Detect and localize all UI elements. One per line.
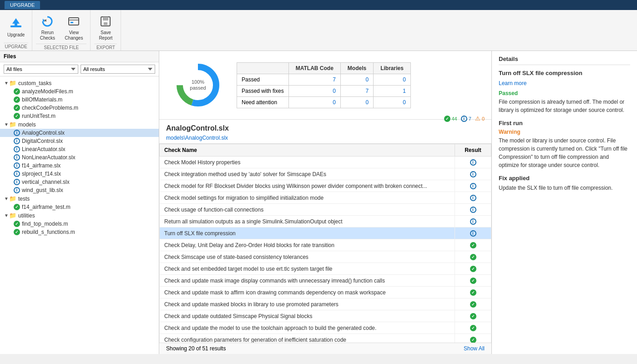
results-row-15[interactable]: Check configuration parameters for gener… <box>160 334 491 343</box>
results-row-7[interactable]: Check Delay, Unit Delay and Zero-Order H… <box>160 239 491 251</box>
tree-toggle-utilities[interactable]: ▼ <box>4 213 9 218</box>
stats-val-attention-libs: 0 <box>374 96 411 108</box>
file-tree: ▼ 📁 custom_tasks ✓ analyzeModelFiles.m ✓… <box>0 76 159 354</box>
tree-item-wind_gust_lib[interactable]: i wind_gust_lib.slx <box>0 186 159 194</box>
tree-toggle-custom-tasks[interactable]: ▼ <box>4 81 9 86</box>
view-changes-label: ViewChanges <box>65 30 83 41</box>
results-row-3[interactable]: Check model settings for migration to si… <box>160 192 491 204</box>
tree-folder-custom-tasks[interactable]: ▼ 📁 custom_tasks <box>0 79 159 87</box>
tree-item-runUnitTest[interactable]: ✓ runUnitTest.m <box>0 112 159 120</box>
results-count: Showing 20 of 51 results <box>166 345 226 352</box>
all-results-select[interactable]: All results <box>81 65 155 74</box>
stats-header-libraries: Libraries <box>374 62 411 74</box>
tree-item-f14_airframe_test[interactable]: ✓ f14_airframe_test.m <box>0 203 159 211</box>
tree-item-NonLinearActuator[interactable]: i NonLinearActuator.slx <box>0 153 159 162</box>
results-cell-result-13: ✓ <box>455 310 491 322</box>
show-all-link[interactable]: Show All <box>464 345 485 352</box>
results-row-0[interactable]: Check Model History propertiesi <box>160 157 491 168</box>
result-info-icon-4: i <box>470 207 476 213</box>
stats-row-passed: Passed 7 0 0 <box>237 74 411 85</box>
results-cell-result-15: ✓ <box>455 334 491 343</box>
tree-item-AnalogControl[interactable]: i AnalogControl.slx <box>0 129 159 137</box>
stats-val-attention-models: 0 <box>340 96 373 108</box>
tree-folder-models[interactable]: ▼ 📁 models <box>0 120 159 129</box>
results-cell-name-5: Return all simulation outputs as a singl… <box>160 216 455 228</box>
tree-item-rebuild_s_functions[interactable]: ✓ rebuild_s_functions.m <box>0 228 159 236</box>
results-row-12[interactable]: Check and update masked blocks in librar… <box>160 298 491 310</box>
svg-rect-0 <box>10 25 21 27</box>
result-pass-icon-10: ✓ <box>470 278 476 284</box>
donut-percent: 100% <box>190 79 206 85</box>
tree-folder-tests[interactable]: ▼ 📁 tests <box>0 194 159 203</box>
summary-section: 100% passed MATLAB Code Models Libraries <box>159 51 491 120</box>
save-report-button[interactable]: SaveReport <box>94 12 117 43</box>
rerun-checks-button[interactable]: RerunChecks <box>36 12 59 43</box>
tree-toggle-tests[interactable]: ▼ <box>4 196 9 201</box>
results-row-4[interactable]: Check usage of function-call connections… <box>160 204 491 216</box>
details-panel: Details Turn off SLX file compression Le… <box>491 51 637 354</box>
results-row-11[interactable]: Check and update mask to affirm icon dra… <box>160 287 491 298</box>
folder-icon-custom-tasks: 📁 <box>9 80 16 86</box>
status-icon-info-vertical: i <box>14 179 20 185</box>
tree-item-DigitalControl[interactable]: i DigitalControl.slx <box>0 137 159 145</box>
view-changes-button[interactable]: ViewChanges <box>61 12 86 43</box>
col-result: Result <box>455 144 491 157</box>
tree-item-billOfMaterials[interactable]: ✓ billOfMaterials.m <box>0 96 159 104</box>
results-row-13[interactable]: Check and update outdated Simscape Physi… <box>160 310 491 322</box>
results-row-1[interactable]: Check integration method used by 'auto' … <box>160 168 491 180</box>
results-cell-result-11: ✓ <box>455 287 491 298</box>
stats-val-fixes-libs: 1 <box>374 85 411 96</box>
details-fix-applied-title: Fix applied <box>499 175 630 182</box>
tree-item-checkCodeProblems[interactable]: ✓ checkCodeProblems.m <box>0 104 159 112</box>
badge-pass-count: 44 <box>452 116 457 121</box>
results-table: Check Name Result Check Model History pr… <box>159 144 491 343</box>
results-cell-name-0: Check Model History properties <box>160 157 455 168</box>
tree-item-find_top_models[interactable]: ✓ find_top_models.m <box>0 220 159 228</box>
all-files-select[interactable]: All files <box>4 65 78 74</box>
donut-chart: 100% passed <box>173 60 223 110</box>
toolbar-group-upgrade: Upgrade UPGRADE <box>0 10 32 51</box>
results-cell-result-2: i <box>455 180 491 192</box>
tree-item-slproject_f14[interactable]: i slproject_f14.slx <box>0 170 159 178</box>
tree-item-f14_airframe[interactable]: i f14_airframe.slx <box>0 162 159 170</box>
results-cell-name-9: Check and set embedded target model to u… <box>160 263 455 275</box>
upgrade-tab[interactable]: UPGRADE <box>5 1 40 9</box>
upgrade-button[interactable]: Upgrade <box>4 15 28 40</box>
tree-label-vertical_channel: vertical_channel.slx <box>22 179 70 185</box>
results-row-6[interactable]: Turn off SLX file compressioni <box>160 228 491 239</box>
result-pass-icon-8: ✓ <box>470 254 476 260</box>
tree-label-analyzeModelFiles: analyzeModelFiles.m <box>22 88 73 95</box>
tree-item-vertical_channel[interactable]: i vertical_channel.slx <box>0 178 159 186</box>
view-changes-icon <box>66 14 81 29</box>
results-cell-name-14: Check and update the model to use the to… <box>160 322 455 334</box>
file-header: AnalogControl.slx models\AnalogControl.s… <box>159 120 491 144</box>
results-row-5[interactable]: Return all simulation outputs as a singl… <box>160 216 491 228</box>
files-panel-title: Files <box>0 51 159 62</box>
learn-more-link[interactable]: Learn more <box>499 80 630 86</box>
tree-item-analyzeModelFiles[interactable]: ✓ analyzeModelFiles.m <box>0 87 159 96</box>
tree-label-utilities: utilities <box>18 212 35 219</box>
tree-item-LinearActuator[interactable]: i LinearActuator.slx <box>0 145 159 153</box>
tree-toggle-models[interactable]: ▼ <box>4 122 9 127</box>
tree-label-custom-tasks: custom_tasks <box>18 80 51 86</box>
results-cell-name-12: Check and update masked blocks in librar… <box>160 298 455 310</box>
stats-val-passed-models: 0 <box>340 74 373 85</box>
results-row-8[interactable]: Check Simscape use of state-based consis… <box>160 251 491 263</box>
svg-rect-9 <box>103 17 108 20</box>
results-container[interactable]: Check Name Result Check Model History pr… <box>159 144 491 343</box>
save-report-icon <box>98 14 113 29</box>
results-header-row: Check Name Result <box>160 144 491 157</box>
tree-folder-utilities[interactable]: ▼ 📁 utilities <box>0 211 159 220</box>
file-path-link[interactable]: models\AnalogControl.slx <box>166 135 228 141</box>
status-icon-green-4: ✓ <box>14 113 20 119</box>
results-row-2[interactable]: Check model for RF Blockset Divider bloc… <box>160 180 491 192</box>
badge-warn: ⚠ 0 <box>475 115 485 122</box>
results-cell-result-0: i <box>455 157 491 168</box>
results-row-14[interactable]: Check and update the model to use the to… <box>160 322 491 334</box>
toolbar-group-export: SaveReport EXPORT <box>91 10 121 51</box>
tree-label-billOfMaterials: billOfMaterials.m <box>22 96 62 103</box>
results-cell-name-3: Check model settings for migration to si… <box>160 192 455 204</box>
result-pass-icon-15: ✓ <box>470 337 476 343</box>
results-row-9[interactable]: Check and set embedded target model to u… <box>160 263 491 275</box>
results-row-10[interactable]: Check and update mask image display comm… <box>160 275 491 287</box>
